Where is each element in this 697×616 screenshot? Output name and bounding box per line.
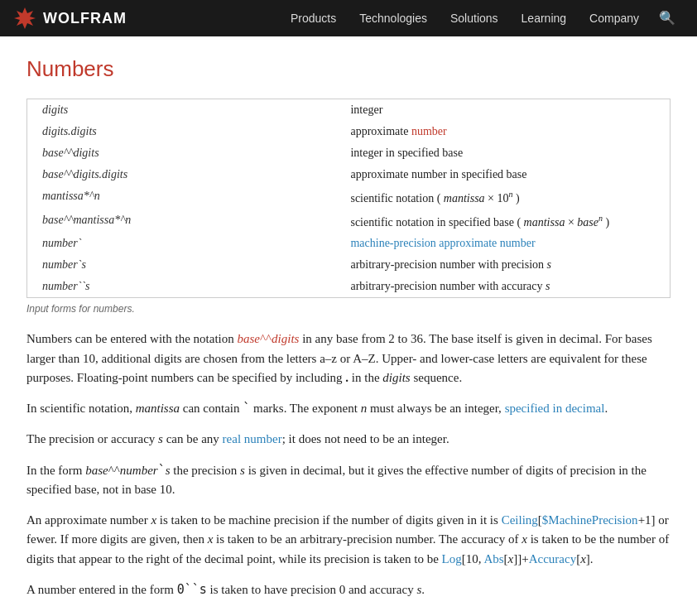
log-link[interactable]: Log [442, 552, 462, 565]
logo-area: WOLFRAM [13, 7, 127, 30]
table-cell-right: approximate number in specified base [335, 164, 670, 185]
paragraph-6: A number entered in the form 0``s is tak… [26, 580, 671, 599]
table-row: number``s arbitrary-precision number wit… [27, 276, 671, 298]
machine-precision-link[interactable]: machine-precision approximate number [350, 237, 535, 249]
table-cell-right: scientific notation ( mantissa × 10n ) [335, 185, 670, 209]
paragraph-3: The precision or accuracy s can be any r… [26, 430, 671, 449]
paragraph-1: Numbers can be entered with the notation… [26, 330, 671, 387]
svg-marker-0 [14, 7, 36, 29]
nav-products[interactable]: Products [279, 0, 348, 36]
table-cell-left: base^^mantissa*^n [27, 209, 336, 233]
paragraph-5: An approximate number x is taken to be m… [26, 511, 671, 569]
paragraph-4: In the form base^^number`s the precision… [26, 461, 671, 500]
number-link[interactable]: number [411, 125, 447, 137]
table-cell-right: machine-precision approximate number [335, 233, 670, 254]
table-row: base^^mantissa*^n scientific notation in… [27, 209, 671, 233]
table-cell-left: digits [27, 99, 336, 122]
table-cell-left: base^^digits.digits [27, 164, 336, 185]
table-cell-right: integer in specified base [335, 142, 670, 164]
accuracy-link[interactable]: Accuracy [529, 552, 576, 565]
table-cell-right: integer [335, 99, 670, 122]
wolfram-logo-icon [13, 7, 36, 30]
paragraph-2: In scientific notation, mantissa can con… [26, 399, 671, 418]
table-row: mantissa*^n scientific notation ( mantis… [27, 185, 671, 209]
table-cell-right: arbitrary-precision number with accuracy… [335, 276, 670, 298]
table-cell-right: scientific notation in specified base ( … [335, 209, 670, 233]
table-row: number` machine-precision approximate nu… [27, 233, 671, 254]
main-nav: Products Technologies Solutions Learning… [279, 0, 651, 36]
table-row: base^^digits.digits approximate number i… [27, 164, 671, 185]
table-row: digits integer [27, 99, 671, 122]
page-content: Numbers digits integer digits.digits app… [0, 36, 697, 616]
machine-precision-link2[interactable]: $MachinePrecision [542, 513, 638, 527]
site-header: WOLFRAM Products Technologies Solutions … [0, 0, 697, 36]
numbers-table: digits integer digits.digits approximate… [26, 99, 671, 298]
table-cell-left: number``s [27, 276, 336, 298]
table-cell-left: number`s [27, 254, 336, 276]
table-cell-right: arbitrary-precision number with precisio… [335, 254, 670, 276]
ceiling-link[interactable]: Ceiling [502, 513, 538, 527]
nav-learning[interactable]: Learning [510, 0, 579, 36]
table-cell-left: mantissa*^n [27, 185, 336, 209]
table-caption: Input forms for numbers. [26, 303, 671, 315]
search-button[interactable]: 🔍 [651, 0, 684, 36]
nav-technologies[interactable]: Technologies [348, 0, 439, 36]
page-title: Numbers [26, 56, 671, 82]
table-cell-left: base^^digits [27, 142, 336, 164]
table-cell-left: digits.digits [27, 121, 336, 142]
table-cell-left: number` [27, 233, 336, 254]
table-row: number`s arbitrary-precision number with… [27, 254, 671, 276]
table-cell-right: approximate number [335, 121, 670, 142]
abs-link[interactable]: Abs [483, 552, 503, 565]
table-row: digits.digits approximate number [27, 121, 671, 142]
brand-name: WOLFRAM [43, 10, 127, 27]
nav-company[interactable]: Company [578, 0, 651, 36]
nav-solutions[interactable]: Solutions [439, 0, 510, 36]
table-row: base^^digits integer in specified base [27, 142, 671, 164]
